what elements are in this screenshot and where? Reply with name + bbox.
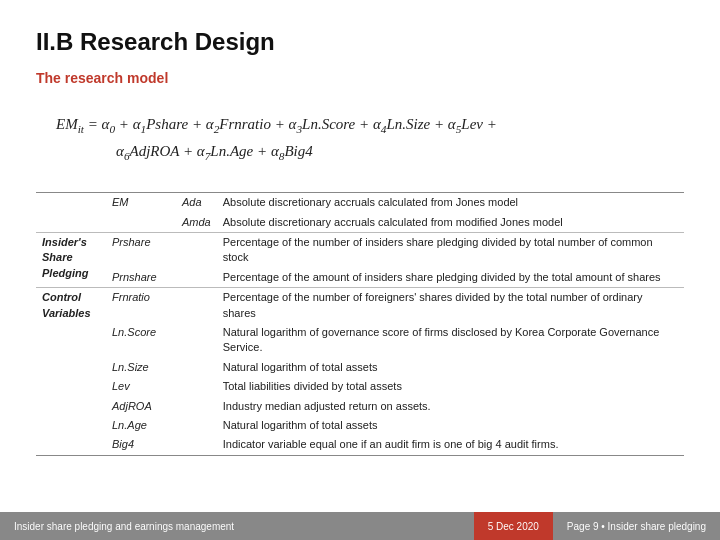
variable-table: EM Ada Absolute discretionary accruals c…	[36, 192, 684, 455]
page-title: II.B Research Design	[36, 28, 684, 56]
table-row: ControlVariables Frnratio Percentage of …	[36, 288, 684, 323]
table-row: Big4 Indicator variable equal one if an …	[36, 435, 684, 455]
table-row: Ln.Age Natural logarithm of total assets	[36, 416, 684, 435]
footer-left-text: Insider share pledging and earnings mana…	[0, 512, 474, 540]
table-row: AdjROA Industry median adjusted return o…	[36, 397, 684, 416]
table-row: Insider'sSharePledging Prshare Percentag…	[36, 233, 684, 268]
table-row: Ln.Size Natural logarithm of total asset…	[36, 358, 684, 377]
table-row: Ln.Score Natural logarithm of governance…	[36, 323, 684, 358]
table-row: Amda Absolute discretionary accruals cal…	[36, 213, 684, 233]
formula-block: EMit = α0 + α1Pshare + α2Frnratio + α3Ln…	[36, 104, 684, 174]
var-alt-code: Ada	[176, 193, 217, 213]
footer-right-text: Page 9 • Insider share pledging	[553, 512, 720, 540]
table-row: EM Ada Absolute discretionary accruals c…	[36, 193, 684, 213]
formula-line2: α6AdjROA + α7Ln.Age + α8Big4	[56, 139, 684, 166]
table-row: Prnshare Percentage of the amount of ins…	[36, 268, 684, 288]
footer: Insider share pledging and earnings mana…	[0, 512, 720, 540]
var-code: EM	[106, 193, 176, 213]
var-desc: Absolute discretionary accruals calculat…	[217, 193, 684, 213]
table-row: Lev Total liabilities divided by total a…	[36, 377, 684, 396]
page: II.B Research Design The research model …	[0, 0, 720, 540]
footer-date: 5 Dec 2020	[474, 512, 553, 540]
section-label: The research model	[36, 70, 684, 86]
formula-line1: EMit = α0 + α1Pshare + α2Frnratio + α3Ln…	[56, 112, 684, 139]
var-category	[36, 193, 106, 213]
